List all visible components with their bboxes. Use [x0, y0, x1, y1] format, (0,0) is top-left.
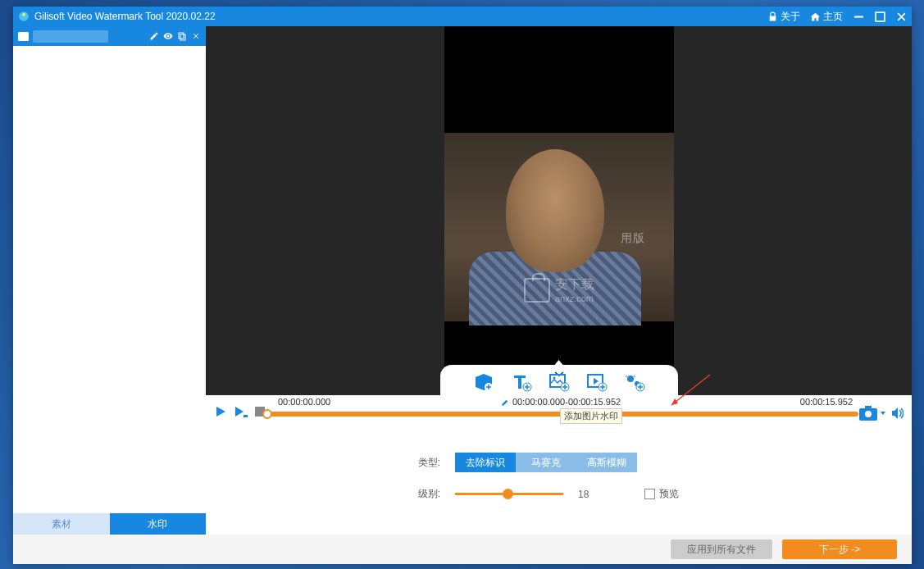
close-button[interactable] [895, 11, 907, 22]
apply-all-button[interactable]: 应用到所有文件 [671, 539, 772, 559]
type-mosaic-button[interactable]: 马赛克 [516, 453, 576, 472]
tool-tray [440, 365, 678, 396]
watermark-overlay-right: 用版 [621, 231, 645, 246]
play-next-button[interactable] [234, 405, 248, 418]
preview-checkbox-label: 预览 [659, 487, 679, 501]
svg-rect-16 [244, 415, 248, 417]
add-shape-watermark-button[interactable] [473, 372, 494, 392]
play-button[interactable] [214, 405, 227, 418]
thumbnail-list [13, 46, 206, 513]
eye-icon[interactable] [163, 31, 173, 41]
time-start: 00:00:00.000 [278, 397, 330, 407]
tab-watermark[interactable]: 水印 [110, 513, 207, 535]
add-effect-button[interactable] [624, 372, 645, 392]
svg-rect-3 [876, 12, 885, 21]
svg-rect-4 [179, 33, 184, 39]
sidebar: 素材 水印 [13, 26, 206, 564]
type-blur-button[interactable]: 高斯模糊 [576, 453, 637, 472]
next-button[interactable]: 下一步 -> [782, 539, 897, 559]
watermark-overlay-center: 安下载 anxz.com [524, 276, 594, 303]
snapshot-dropdown-icon[interactable] [880, 410, 886, 417]
snapshot-button[interactable] [858, 405, 878, 421]
type-remove-button[interactable]: 去除标识 [455, 453, 516, 472]
bag-icon [524, 278, 550, 303]
svg-rect-2 [854, 16, 863, 17]
main-area: 用版 安下载 anxz.com [206, 26, 912, 564]
thumbnail-name [33, 30, 108, 43]
minimize-button[interactable] [853, 11, 864, 22]
titlebar: Gilisoft Video Watermark Tool 2020.02.22… [13, 7, 912, 26]
svg-point-9 [553, 377, 555, 380]
edit-icon[interactable] [149, 31, 159, 41]
timeline-thumb[interactable] [262, 409, 272, 419]
svg-rect-19 [865, 406, 872, 409]
lock-icon [767, 11, 778, 22]
home-button[interactable]: 主页 [810, 10, 843, 24]
app-window: Gilisoft Video Watermark Tool 2020.02.22… [13, 7, 912, 564]
svg-point-18 [865, 411, 872, 417]
add-image-watermark-button[interactable] [548, 372, 570, 392]
svg-point-13 [627, 376, 634, 382]
time-end: 00:00:15.952 [800, 397, 853, 407]
tray-collapse-handle[interactable] [553, 366, 565, 369]
video-frame[interactable]: 用版 安下载 anxz.com [444, 26, 674, 395]
maximize-button[interactable] [874, 11, 885, 22]
add-text-watermark-button[interactable] [511, 372, 532, 392]
thumbnail-icon [18, 32, 29, 41]
time-range: 00:00:00.000-00:00:15.952 [501, 397, 621, 407]
delete-icon[interactable] [191, 31, 201, 41]
svg-rect-5 [180, 34, 185, 40]
level-label: 级别: [411, 487, 440, 501]
tooltip: 添加图片水印 [560, 408, 622, 424]
pencil-icon [501, 398, 510, 407]
video-preview: 用版 安下载 anxz.com [206, 26, 912, 395]
add-video-watermark-button[interactable] [586, 372, 608, 392]
volume-icon[interactable] [890, 407, 904, 420]
svg-point-1 [22, 13, 25, 16]
home-icon [810, 11, 821, 22]
footer: 应用到所有文件 下一步 -> [13, 535, 912, 564]
app-logo-icon [18, 11, 30, 22]
type-label: 类型: [411, 456, 440, 470]
preview-checkbox[interactable] [644, 489, 655, 499]
app-title: Gilisoft Video Watermark Tool 2020.02.22 [34, 11, 216, 22]
copy-icon[interactable] [177, 31, 187, 41]
level-value: 18 [578, 489, 589, 500]
timeline: 00:00:00.000 00:00:00.000-00:00:15.952 0… [206, 395, 912, 428]
thumbnail-item[interactable] [13, 26, 206, 46]
level-slider[interactable] [455, 493, 563, 495]
about-button[interactable]: 关于 [767, 10, 800, 24]
tab-material[interactable]: 素材 [13, 513, 110, 535]
